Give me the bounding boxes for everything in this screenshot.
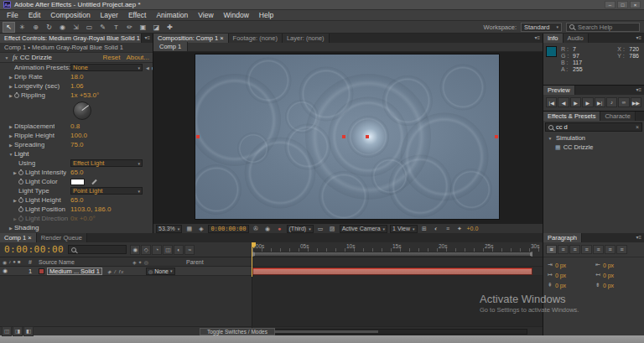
column-parent[interactable]: Parent [186,259,252,265]
property-row-drip-rate[interactable]: ▶Drip Rate18.0 [0,72,153,81]
tab-effect-controls[interactable]: Effect Controls: Medium Gray-Royal Blue … [0,34,142,43]
comp-navigator-tab[interactable]: Comp 1 [153,42,188,51]
twirl-icon[interactable]: ▶ [12,216,18,221]
layer-handle[interactable] [342,135,345,138]
eyedropper-icon[interactable] [91,179,98,185]
stopwatch-icon[interactable] [18,179,23,184]
layer-handle[interactable] [495,135,498,138]
column-number[interactable]: # [29,259,39,265]
twirl-icon[interactable]: ▶ [8,93,14,98]
panel-menu-icon[interactable]: ▾≡ [633,233,644,242]
puppet-tool[interactable]: ✚ [164,22,176,33]
menu-effect[interactable]: Effect [123,11,152,19]
justify-all-button[interactable]: ≡ [616,245,627,254]
play-button[interactable]: ▶ [570,97,581,107]
selection-tool[interactable]: ↖ [3,22,15,33]
color-swatch[interactable] [70,179,85,185]
layer-name[interactable]: Medium ... Solid 1 [47,268,102,275]
channels-icon[interactable]: ● [275,226,284,231]
expand-transfer-icon[interactable]: ◨ [13,326,23,336]
property-row-animation-presets[interactable]: Animation Presets:None▾◀ ▶ [0,63,153,72]
minimize-button[interactable]: – [605,1,615,8]
fast-previews-icon[interactable]: ◐ [432,226,441,231]
previous-frame-button[interactable]: ◀ [558,97,569,107]
clone-tool[interactable]: ▣ [137,22,149,33]
first-frame-button[interactable]: |◀ [546,97,557,107]
reset-link[interactable]: Reset [103,54,121,61]
property-value[interactable]: 75.0 [70,141,84,148]
column-source-name[interactable]: Source Name [39,259,132,265]
menu-animation[interactable]: Animation [151,11,193,19]
maximize-button[interactable]: □ [617,1,628,8]
timeline-search-input[interactable] [68,245,127,254]
tab-preview[interactable]: Preview [543,86,575,95]
property-row-light-position[interactable]: Light Position1103.0, 186.0 [0,205,153,214]
current-time-indicator[interactable] [252,242,252,277]
property-dropdown[interactable]: None▾ [70,64,143,71]
pen-tool[interactable]: ✎ [96,22,109,33]
justify-last-right-button[interactable]: ≡ [605,245,615,254]
tab-audio[interactable]: Audio [564,34,589,43]
layer-parent-dropdown[interactable]: ◎ None ▾ [146,268,175,275]
menu-composition[interactable]: Composition [45,11,95,19]
layer-duration-bar[interactable] [252,268,532,275]
resolution-dropdown[interactable]: (Third)▾ [287,225,314,233]
camera-tool[interactable]: ◉ [56,22,69,33]
frame-blend-toggle[interactable]: ◫ [163,245,173,255]
grid-options-icon[interactable]: ▦ [184,226,194,232]
rotation-tool[interactable]: ↻ [43,22,55,33]
layer-label-chip[interactable] [39,268,44,274]
paragraph-field[interactable]: ⇟0 px [595,282,640,288]
paragraph-field[interactable]: ⇥0 px [548,262,592,268]
composition-viewer[interactable] [153,52,543,223]
tab-comp-1[interactable]: Comp 1 × [0,233,37,242]
twirl-icon[interactable]: ▶ [8,143,14,148]
twirl-icon[interactable]: ▶ [12,198,18,203]
hand-tool[interactable]: ✳ [16,22,29,33]
eraser-tool[interactable]: ◪ [150,22,163,33]
property-row-light[interactable]: ▼Light [0,149,153,159]
property-row-rippling[interactable]: ▶Rippling1x +53.0° [0,91,153,100]
twirl-icon[interactable]: ▶ [12,170,18,175]
zoom-dropdown[interactable]: 53.3%▾ [156,225,182,233]
paragraph-field[interactable]: ⇤0 px [595,262,640,268]
menu-help[interactable]: Help [254,11,278,19]
property-row-shading[interactable]: ▶Shading [0,223,153,232]
type-tool[interactable]: T [110,22,122,33]
transparency-grid-icon[interactable]: ▨ [328,226,337,232]
toggle-switches-button[interactable]: Toggle Switches / Modes [200,328,275,335]
panel-menu-icon[interactable]: ▾≡ [633,34,644,43]
property-dropdown[interactable]: Point Light▾ [70,187,143,195]
tab-render-queue[interactable]: Render Queue [37,233,87,242]
paragraph-field[interactable]: ↦0 px [548,272,592,278]
menu-layer[interactable]: Layer [96,11,123,19]
time-ruler[interactable]: :00s05s10s15s20s25s30s [252,242,543,257]
property-value[interactable]: 0.8 [70,122,80,130]
property-value[interactable]: 100.0 [70,132,87,139]
layer-row[interactable]: ◉ 1 Medium ... Solid 1 ◈ / fx ◎ None ▾ [0,267,543,276]
stopwatch-icon[interactable] [14,93,19,98]
menu-edit[interactable]: Edit [23,11,46,19]
pan-behind-tool[interactable]: ⇲ [70,22,82,33]
twirl-icon[interactable]: ▼ [8,152,14,157]
audio-button[interactable]: ♪ [606,97,617,107]
horizontal-scrollbar[interactable] [254,329,527,335]
preset-arrows-icon[interactable]: ◀ ▶ [146,65,153,70]
expand-layers-icon[interactable]: ◫ [2,326,12,336]
tab-effects-presets[interactable]: Effects & Presets [543,112,600,121]
tab-character[interactable]: Characte [600,112,635,121]
twirl-icon[interactable]: ▶ [8,75,14,80]
property-value[interactable]: 1x +53.0° [70,91,99,99]
twirl-icon[interactable]: ▶ [8,133,14,138]
panel-menu-icon[interactable]: ▾≡ [532,34,543,43]
region-of-interest-icon[interactable]: ▭ [316,226,325,232]
property-value[interactable]: 65.0 [70,196,84,204]
property-value[interactable]: 18.0 [70,73,84,81]
property-row-longevity-sec[interactable]: ▶Longevity (sec)1.06 [0,81,153,91]
show-snapshot-icon[interactable]: ◉ [263,226,273,232]
close-button[interactable]: × [630,1,641,8]
property-value[interactable]: 1.06 [70,82,84,90]
exposure-value[interactable]: +0.0 [467,226,479,231]
layer-handle[interactable] [366,135,369,138]
stopwatch-icon[interactable] [18,207,23,212]
